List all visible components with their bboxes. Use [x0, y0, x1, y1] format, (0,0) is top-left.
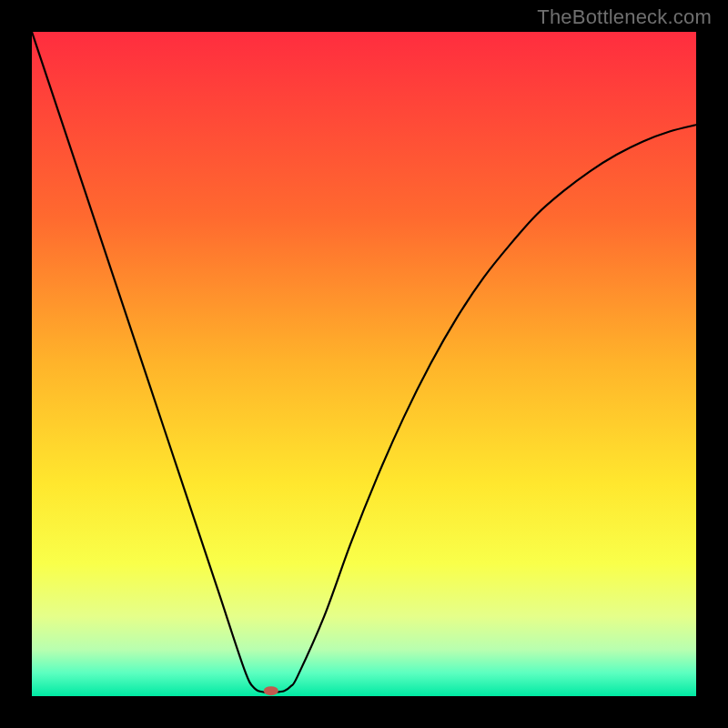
chart-background — [32, 32, 696, 696]
chart-canvas — [32, 32, 696, 696]
chart-frame — [32, 32, 696, 696]
optimal-point-marker — [264, 686, 278, 695]
watermark-text: TheBottleneck.com — [537, 5, 712, 29]
